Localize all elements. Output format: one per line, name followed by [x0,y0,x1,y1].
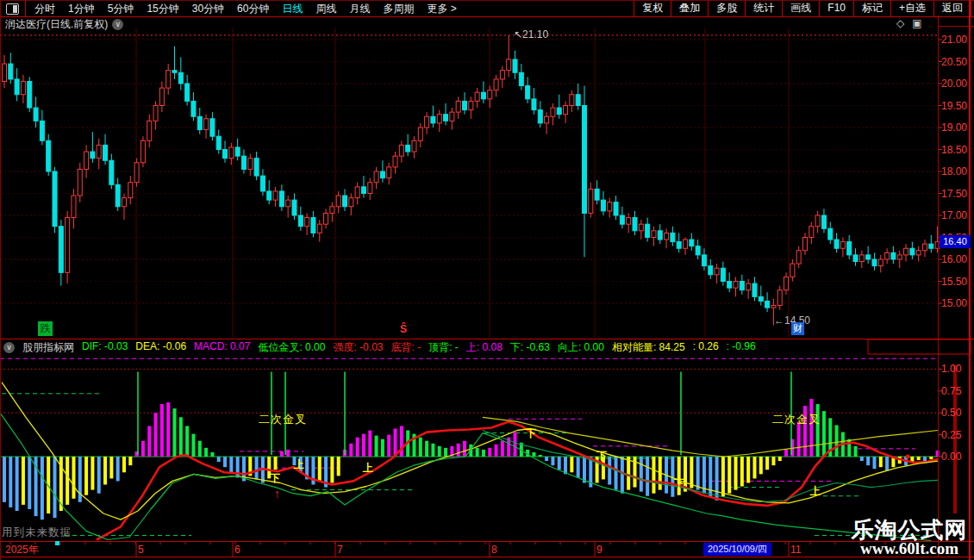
indicator-header: ∨ 股朋指标网 DIF: -0.03DEA: -0.06MACD: 0.07低位… [3,340,756,354]
indicator-field-9: 向上: 0.00 [558,340,604,355]
indicator-axis-label: 0.50 [941,407,961,419]
price-axis-label: 20.50 [941,56,967,68]
indicator-axis-label: 0.00 [941,451,961,463]
price-axis-label: 18.50 [941,144,967,156]
indicator-field-6: 顶背: - [428,340,459,355]
indicator-field-1: DEA: -0.06 [135,340,186,355]
date-axis-label: 9 [596,544,603,556]
price-axis-label: 16.00 [941,253,967,265]
date-axis-label: 7 [337,544,343,556]
golden-cross-label: 二次金叉 [259,412,307,427]
die-badge: 跌 [38,321,53,336]
updown-marker: 上 [810,484,821,499]
chevron-down-icon[interactable]: ∨ [3,342,15,353]
price-axis-label: 21.00 [941,34,967,46]
indicator-field-7: 上: 0.08 [466,340,503,355]
date-axis-label: 6 [234,544,240,556]
indicator-field-8: 下: -0.63 [510,340,550,355]
watermark-url: www.60lt.com [849,539,970,558]
app-window: 分时1分钟5分钟15分钟30分钟60分钟日线周线月线多周期更多 > 复权叠加多股… [0,0,974,560]
indicator-field-0: DIF: -0.03 [82,340,128,355]
cyan-dot [55,541,59,545]
buy-arrow-marker: ↑ [274,487,280,501]
peak-price-note: ↖21.10 [514,28,548,40]
indicator-field-11: : 0.26 [693,340,719,355]
price-axis-label: 19.50 [941,100,967,112]
date-axis-label: 2025年 [5,544,39,556]
indicator-axis-label: 0.75 [941,385,961,397]
indicator-axis-label: 1.00 [941,363,961,375]
price-axis-label: 20.00 [941,78,967,90]
updown-marker: 下 [674,476,684,491]
chart-canvas[interactable] [0,0,974,560]
date-axis-label: 11 [790,544,801,556]
indicator-name: 股朋指标网 [22,340,74,355]
future-data-warning: 用到未来数据 [2,526,72,540]
date-axis-label: 5 [138,544,144,556]
date-axis-label: 8 [491,544,497,556]
date-highlight: 2025/10/09/四 [703,543,771,556]
price-axis-label: 15.50 [941,276,967,288]
price-axis-label: 18.00 [941,165,967,177]
price-axis-label: 17.00 [941,209,967,221]
updown-marker: 下 [270,471,280,486]
indicator-field-10: 相对能量: 84.25 [612,340,685,355]
indicator-field-2: MACD: 0.07 [194,340,250,355]
cai-badge: 财 [791,322,804,335]
indicator-axis-label: 0.25 [941,429,961,441]
updown-marker: 下 [596,449,607,464]
golden-cross-label: 二次金叉 [772,412,821,427]
s-marker: Ŝ [400,323,407,335]
indicator-field-4: 强度: -0.03 [333,340,383,355]
price-axis-label: 17.50 [941,188,967,200]
indicator-field-3: 低位金叉: 0.00 [258,340,325,355]
updown-marker: 上 [294,457,304,472]
price-axis-label: 15.00 [941,297,967,309]
indicator-field-5: 底背: - [390,340,421,355]
indicator-field-12: : -0.96 [727,340,756,355]
updown-marker: 下 [526,426,536,441]
last-price-tag: 16.40 [940,235,971,248]
updown-marker: 上 [363,461,373,476]
price-axis-label: 19.00 [941,121,967,134]
indicator-values: DIF: -0.03DEA: -0.06MACD: 0.07低位金叉: 0.00… [82,340,756,355]
